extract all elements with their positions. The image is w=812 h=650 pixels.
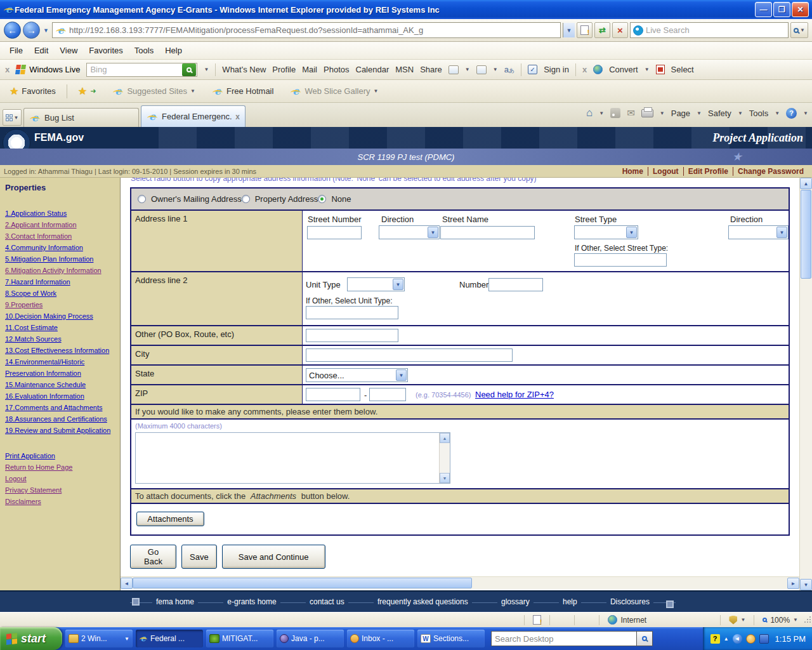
sidebar-item-comments-and-attachments[interactable]: 17.Comments and Attachments	[5, 402, 117, 413]
sidebar-item-properties[interactable]: 9.Properties	[5, 299, 117, 310]
sidebar-item-scope-of-work[interactable]: 8.Scope of Work	[5, 288, 117, 299]
vertical-scroll-thumb[interactable]	[801, 190, 811, 279]
refresh-button[interactable]: ⇄	[594, 22, 610, 38]
menu-tools[interactable]: Tools	[129, 43, 159, 58]
help-dropdown[interactable]: ▼	[803, 110, 808, 116]
sidebar-print-application-link[interactable]: Print Application	[5, 450, 117, 461]
go-back-button[interactable]: Go Back	[130, 545, 176, 569]
tools-menu-button[interactable]: Tools	[749, 109, 768, 118]
print-dropdown[interactable]: ▼	[660, 110, 665, 116]
sidebar-item-decision-making-process[interactable]: 10.Decision Making Process	[5, 310, 117, 322]
desktop-search[interactable]	[491, 631, 653, 646]
bing-search-input[interactable]: Bing	[86, 63, 197, 77]
street-name-input[interactable]	[440, 226, 535, 239]
textarea-scrollbar[interactable]: ▲ ▼	[439, 433, 450, 483]
link-calendar[interactable]: Calendar	[356, 65, 390, 74]
link-msn[interactable]: MSN	[395, 65, 414, 74]
nav-home-link[interactable]: Home	[618, 167, 648, 176]
zip-input[interactable]	[306, 388, 360, 401]
sidebar-return-home-link[interactable]: Return to Home Page	[5, 461, 117, 473]
comments-textarea[interactable]: ▲ ▼	[135, 432, 450, 484]
safety-menu-button[interactable]: Safety	[708, 109, 731, 118]
search-desktop-input[interactable]	[491, 631, 636, 646]
compatibility-view-button[interactable]	[577, 22, 593, 38]
taskbar-window-java[interactable]: Java - p...	[277, 630, 344, 647]
taskbar-window-federal[interactable]: e Federal ...	[136, 630, 203, 647]
free-hotmail-button[interactable]: e Free Hotmail	[206, 83, 279, 100]
start-button[interactable]: start	[0, 627, 62, 650]
tray-network-icon[interactable]	[759, 634, 769, 644]
search-go-button[interactable]: ▼	[790, 22, 808, 38]
scroll-up-icon[interactable]: ▲	[440, 433, 450, 443]
search-options-dropdown[interactable]: ▼	[800, 27, 805, 33]
url-dropdown[interactable]: ▼	[563, 23, 575, 37]
nav-edit-profile-link[interactable]: Edit Profile	[683, 167, 733, 176]
menu-favorites[interactable]: Favorites	[83, 43, 128, 58]
url-field[interactable]: e http://192.168.3.193:7777/FEMAMitigati…	[52, 22, 561, 38]
group-dropdown-icon[interactable]: ▼	[124, 636, 129, 642]
print-button[interactable]	[641, 109, 653, 117]
web-slice-dropdown[interactable]: ▼	[373, 88, 378, 94]
protected-mode-dropdown[interactable]: ▼	[740, 617, 745, 623]
tab-bug-list[interactable]: e Bug List	[23, 108, 139, 127]
tab-close-icon[interactable]: x	[235, 112, 240, 121]
sidebar-item-application-status[interactable]: 1.Application Status	[5, 208, 117, 219]
sidebar-item-match-sources[interactable]: 12.Match Sources	[5, 333, 117, 345]
history-dropdown[interactable]: ▼	[42, 27, 50, 34]
taskbar-window-group[interactable]: 2 Win... ▼	[65, 630, 133, 647]
sidebar-item-environmental-historic[interactable]: 14.Environmental/Historic Preservation I…	[5, 356, 117, 379]
zoom-dropdown[interactable]: ▼	[793, 617, 798, 623]
stop-button[interactable]: ×	[612, 22, 628, 38]
taskbar-window-sections[interactable]: W Sections...	[417, 630, 485, 647]
if-other-street-type-input[interactable]	[574, 253, 667, 267]
footer-contact-us-link[interactable]: contact us	[306, 597, 348, 606]
sidebar-logout-link[interactable]: Logout	[5, 473, 117, 484]
page-menu-dropdown[interactable]: ▼	[697, 110, 702, 116]
link-photos[interactable]: Photos	[324, 65, 349, 74]
zoom-control[interactable]: 100% ▼	[757, 616, 803, 625]
sidebar-item-evaluation-information[interactable]: 16.Evaluation Information	[5, 390, 117, 402]
nav-change-password-link[interactable]: Change Password	[733, 167, 808, 176]
toolbar-close-icon[interactable]: x	[5, 65, 10, 74]
street-number-input[interactable]	[307, 226, 362, 239]
minimize-button[interactable]: —	[755, 2, 772, 17]
state-select[interactable]: Choose...▼	[306, 368, 408, 382]
attachments-button[interactable]: Attachments	[136, 512, 204, 526]
live-search-box[interactable]: Live Search	[630, 22, 789, 38]
menu-edit[interactable]: Edit	[29, 43, 54, 58]
scroll-down-icon[interactable]: ▼	[440, 473, 450, 483]
page-menu-button[interactable]: Page	[671, 109, 690, 118]
sidebar-item-review-and-submit[interactable]: 19.Review and Submit Application	[5, 425, 117, 436]
protected-mode-button[interactable]: ▼	[724, 616, 750, 625]
footer-disclosures-link[interactable]: Disclosures	[606, 597, 653, 606]
radio-icon[interactable]	[318, 195, 326, 203]
sidebar-item-assurances-and-certifications[interactable]: 18.Assurances and Certifications	[5, 413, 117, 425]
horizontal-scrollbar[interactable]: ◄ ►	[121, 576, 799, 589]
menu-view[interactable]: View	[54, 43, 83, 58]
sidebar-disclaimers-link[interactable]: Disclaimers	[5, 496, 117, 507]
read-mail-button[interactable]: ✉	[627, 107, 635, 119]
close-button[interactable]: ✕	[792, 2, 809, 17]
select-link[interactable]: Select	[671, 65, 694, 74]
footer-egrants-home-link[interactable]: e-grants home	[223, 597, 280, 606]
scroll-left-icon[interactable]: ◄	[121, 578, 133, 589]
sidebar-item-cost-estimate[interactable]: 11.Cost Estimate	[5, 322, 117, 333]
footer-help-link[interactable]: help	[559, 597, 581, 606]
unit-type-select[interactable]: ▼	[347, 277, 405, 291]
taskbar-window-inbox[interactable]: Inbox - ...	[347, 630, 414, 647]
forward-button[interactable]: →	[23, 22, 40, 39]
bing-dropdown[interactable]: ▼	[204, 67, 209, 72]
scroll-down-icon[interactable]: ▼	[800, 579, 812, 590]
sidebar-item-maintenance-schedule[interactable]: 15.Maintenance Schedule	[5, 379, 117, 390]
horizontal-scroll-thumb[interactable]	[133, 578, 472, 588]
zip-plus4-input[interactable]	[369, 388, 406, 401]
direction-select[interactable]: ▼	[379, 225, 440, 239]
sidebar-item-community-information[interactable]: 4.Community Information	[5, 242, 117, 253]
sidebar-item-applicant-information[interactable]: 2.Applicant Information	[5, 219, 117, 230]
taskbar-window-mitigat[interactable]: MITIGAT...	[206, 630, 273, 647]
other-input[interactable]	[306, 329, 398, 342]
nav-logout-link[interactable]: Logout	[648, 167, 683, 176]
city-input[interactable]	[306, 348, 513, 362]
sidebar-item-contact-information[interactable]: 3.Contact Information	[5, 230, 117, 242]
tray-help-icon[interactable]: ?	[710, 634, 720, 644]
